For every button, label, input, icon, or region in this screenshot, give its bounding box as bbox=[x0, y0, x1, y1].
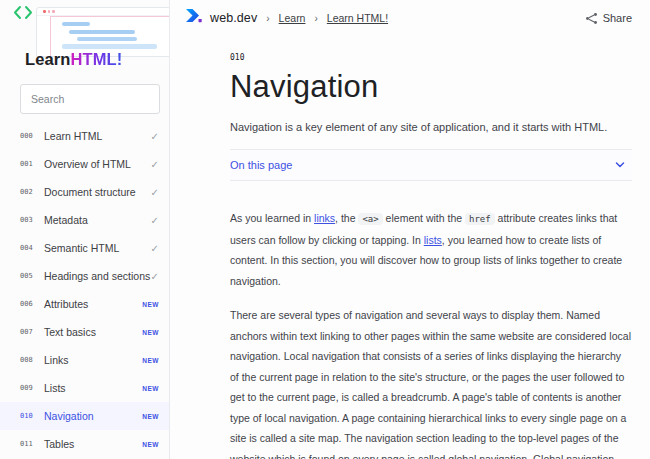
sidebar-item-text-basics[interactable]: 007Text basicsNEW bbox=[0, 318, 169, 346]
module-number: 005 bbox=[20, 272, 44, 280]
course-title-accent: HTML! bbox=[70, 50, 122, 68]
breadcrumb-learn-html[interactable]: Learn HTML! bbox=[327, 12, 388, 24]
course-logo-area: LearnHTML! bbox=[0, 0, 169, 76]
sidebar-item-lists[interactable]: 009ListsNEW bbox=[0, 374, 169, 402]
share-icon bbox=[585, 12, 598, 25]
article-number: 010 bbox=[230, 53, 632, 62]
share-button[interactable]: Share bbox=[585, 12, 632, 25]
module-label: Metadata bbox=[44, 214, 151, 226]
module-number: 001 bbox=[20, 160, 44, 168]
sidebar-item-links[interactable]: 008LinksNEW bbox=[0, 346, 169, 374]
inline-link-links[interactable]: links bbox=[314, 212, 335, 224]
inline-link-lists[interactable]: lists bbox=[424, 234, 442, 246]
module-label: Text basics bbox=[44, 326, 142, 338]
code-brackets-icon bbox=[13, 5, 33, 24]
sidebar-item-overview-of-html[interactable]: 001Overview of HTML✓ bbox=[0, 150, 169, 178]
check-icon: ✓ bbox=[151, 271, 159, 282]
top-bar: web.dev › Learn › Learn HTML! Share bbox=[171, 0, 650, 27]
code-line-bar bbox=[69, 30, 136, 34]
course-title: LearnHTML! bbox=[25, 50, 122, 69]
inline-code: href bbox=[465, 213, 495, 225]
sidebar-item-tables[interactable]: 011TablesNEW bbox=[0, 430, 169, 458]
on-this-page-label: On this page bbox=[230, 159, 614, 171]
module-label: Tables bbox=[44, 438, 142, 450]
article-paragraph: There are several types of navigation an… bbox=[230, 305, 632, 459]
module-number: 002 bbox=[20, 188, 44, 196]
check-icon: ✓ bbox=[151, 159, 159, 170]
module-label: Headings and sections bbox=[44, 270, 151, 282]
article-body: As you learned in links, the <a> element… bbox=[230, 208, 632, 459]
main-content: web.dev › Learn › Learn HTML! Share 010 … bbox=[171, 0, 650, 459]
course-nav-list: 000Learn HTML✓001Overview of HTML✓002Doc… bbox=[0, 122, 169, 458]
sidebar-item-metadata[interactable]: 003Metadata✓ bbox=[0, 206, 169, 234]
window-dot-icon bbox=[48, 10, 51, 13]
code-line-bar bbox=[62, 22, 91, 26]
check-icon: ✓ bbox=[151, 215, 159, 226]
sidebar-item-semantic-html[interactable]: 004Semantic HTML✓ bbox=[0, 234, 169, 262]
new-badge: NEW bbox=[142, 329, 159, 336]
new-badge: NEW bbox=[142, 441, 159, 448]
article-paragraph: As you learned in links, the <a> element… bbox=[230, 208, 632, 291]
course-title-prefix: Learn bbox=[25, 50, 70, 68]
check-icon: ✓ bbox=[151, 243, 159, 254]
on-this-page-toggle[interactable]: On this page bbox=[230, 149, 632, 181]
module-number: 010 bbox=[20, 412, 44, 420]
webdev-logo-icon[interactable] bbox=[186, 9, 203, 27]
module-label: Overview of HTML bbox=[44, 158, 151, 170]
check-icon: ✓ bbox=[151, 131, 159, 142]
window-dot-icon bbox=[52, 10, 55, 13]
new-badge: NEW bbox=[142, 301, 159, 308]
page-title: Navigation bbox=[230, 69, 632, 105]
course-sidebar: LearnHTML! 000Learn HTML✓001Overview of … bbox=[0, 0, 170, 459]
article-lede: Navigation is a key element of any site … bbox=[230, 119, 632, 135]
new-badge: NEW bbox=[142, 413, 159, 420]
module-number: 004 bbox=[20, 244, 44, 252]
browser-illustration-titlebar bbox=[37, 8, 170, 16]
module-label: Semantic HTML bbox=[44, 242, 151, 254]
sidebar-item-document-structure[interactable]: 002Document structure✓ bbox=[0, 178, 169, 206]
breadcrumb-learn[interactable]: Learn bbox=[279, 12, 306, 24]
module-number: 008 bbox=[20, 356, 44, 364]
share-button-label: Share bbox=[603, 12, 632, 24]
module-number: 007 bbox=[20, 328, 44, 336]
module-number: 009 bbox=[20, 384, 44, 392]
module-number: 003 bbox=[20, 216, 44, 224]
module-number: 006 bbox=[20, 300, 44, 308]
sidebar-item-headings-and-sections[interactable]: 005Headings and sections✓ bbox=[0, 262, 169, 290]
code-line-bar bbox=[77, 37, 137, 41]
module-number: 000 bbox=[20, 132, 44, 140]
search-input[interactable] bbox=[20, 84, 160, 114]
page: LearnHTML! 000Learn HTML✓001Overview of … bbox=[0, 0, 650, 459]
module-number: 011 bbox=[20, 440, 44, 448]
module-label: Attributes bbox=[44, 298, 142, 310]
check-icon: ✓ bbox=[151, 187, 159, 198]
module-label: Lists bbox=[44, 382, 142, 394]
breadcrumb-separator: › bbox=[264, 13, 271, 24]
module-label: Learn HTML bbox=[44, 130, 151, 142]
chevron-down-icon bbox=[614, 161, 626, 169]
sidebar-item-navigation[interactable]: 010NavigationNEW bbox=[0, 402, 169, 430]
site-name[interactable]: web.dev bbox=[210, 11, 257, 25]
sidebar-item-learn-html[interactable]: 000Learn HTML✓ bbox=[0, 122, 169, 150]
new-badge: NEW bbox=[142, 357, 159, 364]
inline-code: <a> bbox=[358, 213, 382, 225]
module-label: Document structure bbox=[44, 186, 151, 198]
module-label: Links bbox=[44, 354, 142, 366]
window-dot-icon bbox=[43, 10, 46, 13]
sidebar-item-attributes[interactable]: 006AttributesNEW bbox=[0, 290, 169, 318]
code-line-bar bbox=[62, 44, 157, 49]
module-label: Navigation bbox=[44, 410, 142, 422]
article: 010 Navigation Navigation is a key eleme… bbox=[230, 53, 632, 459]
new-badge: NEW bbox=[142, 385, 159, 392]
breadcrumb-separator: › bbox=[312, 13, 319, 24]
